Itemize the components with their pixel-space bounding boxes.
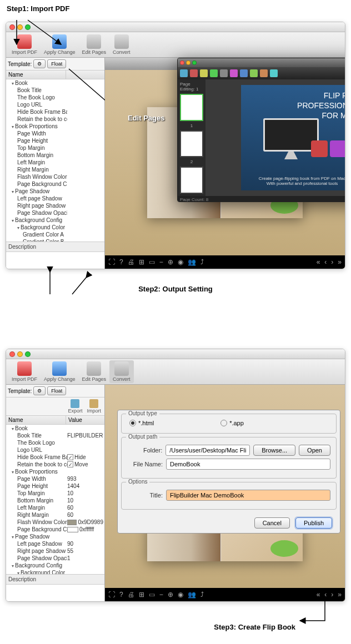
zoom-in-icon[interactable]: ⊕ — [168, 591, 173, 598]
tree-row[interactable]: Page Background Color — [6, 180, 104, 188]
tree-row[interactable]: Retain the book to centerMove — [6, 461, 104, 468]
print-icon[interactable]: 🖨 — [128, 258, 134, 266]
convert-button[interactable]: Convert — [109, 360, 134, 383]
folder-input[interactable] — [166, 445, 250, 456]
tree-row[interactable]: Left Margin — [6, 159, 104, 166]
open-button[interactable]: Open — [299, 445, 330, 456]
import-pdf-button[interactable]: Import PDF — [8, 360, 41, 383]
tree-row[interactable]: Page Height1404 — [6, 482, 104, 490]
zoom-out-icon[interactable]: − — [159, 258, 163, 266]
tree-row[interactable]: Page Shadow Opacity1 — [6, 555, 104, 562]
tree-row[interactable]: Book — [6, 425, 104, 432]
thumbnail-1[interactable] — [180, 94, 203, 121]
edit-pages-button[interactable]: Edit Pages — [79, 360, 110, 383]
tree-row[interactable]: Page Height — [6, 137, 104, 144]
title-input[interactable] — [166, 490, 330, 501]
tree-row[interactable]: Book — [6, 79, 104, 87]
editor-tool-icon[interactable] — [250, 69, 258, 77]
editor-tool-icon[interactable] — [190, 69, 198, 77]
tree-row[interactable]: Page Shadow — [6, 533, 104, 540]
sound-icon[interactable]: ▭ — [149, 258, 155, 266]
tree-row[interactable]: Bottom Margin — [6, 152, 104, 159]
cancel-button[interactable]: Cancel — [254, 517, 290, 529]
tree-row[interactable]: Logo URL — [6, 101, 104, 108]
tree-row[interactable]: Left page Shadow — [6, 195, 104, 202]
editor-tool-icon[interactable] — [270, 69, 278, 77]
float-button[interactable]: Float — [47, 386, 66, 395]
editor-tool-icon[interactable] — [260, 69, 268, 77]
tree-row[interactable]: Book Title — [6, 87, 104, 94]
tree-row[interactable]: Page Background Color0xffffff — [6, 526, 104, 533]
import-pdf-button[interactable]: Import PDF — [8, 33, 41, 56]
tree-row[interactable]: Right page Shadow55 — [6, 547, 104, 555]
output-html-radio[interactable]: *.html — [129, 420, 154, 426]
thumbnails-icon[interactable]: ⊞ — [139, 258, 144, 266]
tree-row[interactable]: Retain the book to center — [6, 115, 104, 123]
apply-change-button[interactable]: Apply Change — [41, 33, 79, 56]
editor-tool-icon[interactable] — [200, 69, 208, 77]
tree-row[interactable]: Left Margin60 — [6, 504, 104, 511]
nav-next-icon[interactable]: › — [331, 591, 333, 598]
editor-zoom-icon[interactable] — [192, 61, 197, 65]
thumbnail-3[interactable] — [180, 167, 203, 194]
gear-button[interactable]: ⚙ — [33, 59, 46, 68]
tree-row[interactable]: Hide Book Frame BarHide — [6, 454, 104, 461]
share-icon[interactable]: ⤴ — [200, 258, 204, 266]
nav-last-icon[interactable]: » — [338, 591, 342, 598]
tree-row[interactable]: Top Margin10 — [6, 490, 104, 497]
tree-row[interactable]: Hide Book Frame Bar — [6, 108, 104, 115]
autoflip-icon[interactable]: ◉ — [178, 258, 183, 266]
social-icon[interactable]: 👥 — [188, 591, 196, 598]
tree-row[interactable]: Gradient Color A — [6, 231, 104, 238]
tree-row[interactable]: Left page Shadow90 — [6, 540, 104, 547]
convert-button[interactable]: Convert — [109, 33, 134, 56]
tree-row[interactable]: Gradient Color B — [6, 238, 104, 242]
share-icon[interactable]: ⤴ — [200, 591, 204, 598]
tree-row[interactable]: Page Width — [6, 130, 104, 137]
sound-icon[interactable]: ▭ — [149, 591, 155, 598]
tree-row[interactable]: Background Config — [6, 562, 104, 569]
filename-input[interactable] — [166, 459, 330, 470]
editor-tool-icon[interactable] — [240, 69, 248, 77]
fullscreen-icon[interactable]: ⛶ — [108, 258, 115, 266]
close-icon[interactable] — [9, 351, 15, 357]
print-icon[interactable]: 🖨 — [128, 591, 134, 598]
output-app-radio[interactable]: *.app — [220, 420, 244, 426]
export-button[interactable]: Export — [68, 399, 82, 414]
tree-row[interactable]: The Book Logo — [6, 439, 104, 446]
tree-row[interactable]: Right page Shadow — [6, 202, 104, 209]
property-tree[interactable]: BookBook TitleThe Book LogoLogo URLHide … — [6, 79, 104, 242]
editor-close-icon[interactable] — [180, 61, 184, 65]
tree-row[interactable]: Book TitleFLIPBUILDER... — [6, 432, 104, 439]
import-button[interactable]: Import — [87, 399, 101, 414]
social-icon[interactable]: 👥 — [188, 258, 196, 266]
float-button[interactable]: Float — [47, 59, 66, 68]
autoflip-icon[interactable]: ◉ — [178, 591, 183, 598]
tree-row[interactable]: Page Width993 — [6, 475, 104, 482]
tree-row[interactable]: Page Shadow Opacity — [6, 209, 104, 217]
minimize-icon[interactable] — [17, 351, 23, 357]
nav-first-icon[interactable]: « — [317, 591, 320, 598]
tree-row[interactable]: Top Margin — [6, 144, 104, 152]
editor-tool-icon[interactable] — [180, 69, 188, 77]
zoom-icon[interactable] — [25, 351, 31, 357]
thumbnail-2[interactable] — [180, 130, 203, 158]
browse-button[interactable]: Browse... — [253, 445, 295, 456]
close-icon[interactable] — [9, 24, 15, 30]
minimize-icon[interactable] — [17, 24, 23, 30]
tree-row[interactable]: Background Color — [6, 569, 104, 575]
tree-row[interactable]: Right Margin60 — [6, 511, 104, 519]
zoom-in-icon[interactable]: ⊕ — [168, 258, 173, 266]
tree-row[interactable]: Bottom Margin10 — [6, 497, 104, 504]
help-icon[interactable]: ? — [119, 591, 123, 598]
tree-row[interactable]: Background Color — [6, 224, 104, 231]
nav-prev-icon[interactable]: ‹ — [324, 258, 327, 266]
tree-row[interactable]: Book Proportions — [6, 468, 104, 475]
tree-row[interactable]: Background Config — [6, 217, 104, 224]
publish-button[interactable]: Publish — [295, 517, 332, 529]
editor-minimize-icon[interactable] — [186, 61, 190, 65]
thumbnail-strip[interactable]: Page Editing: 1 1 2 — [178, 79, 205, 196]
zoom-icon[interactable] — [25, 24, 31, 30]
tree-row[interactable]: Flash Window Color — [6, 173, 104, 180]
tree-row[interactable]: Logo URL — [6, 446, 104, 454]
